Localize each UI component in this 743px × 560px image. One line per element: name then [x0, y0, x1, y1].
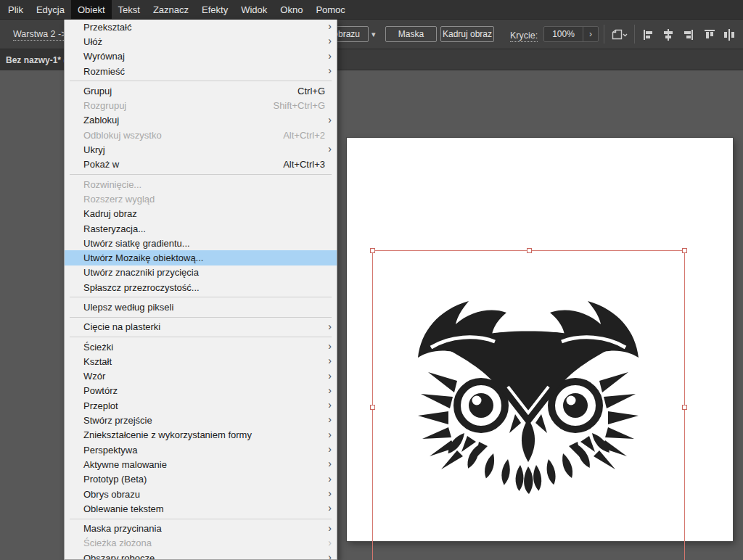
menu-item-label: Ścieżki — [83, 342, 113, 353]
menu-item[interactable]: Kadruj obraz — [65, 207, 337, 221]
menu-zaznacz[interactable]: Zaznacz — [147, 0, 195, 19]
submenu-arrow-icon: › — [328, 144, 332, 154]
menu-item-label: Zablokuj — [83, 115, 119, 125]
selection-bounding-box — [372, 250, 685, 560]
layer-breadcrumb[interactable]: Warstwa 2 -> — [13, 29, 67, 41]
menu-item[interactable]: Prototyp (Beta)› — [65, 472, 337, 487]
menu-item-label: Aktywne malowanie — [83, 459, 167, 470]
opacity-label[interactable]: Krycie: — [510, 30, 538, 42]
menu-item[interactable]: Oblewanie tekstem› — [65, 501, 337, 516]
toolbar-divider — [604, 25, 604, 44]
submenu-arrow-icon: › — [328, 371, 332, 381]
menu-item: Odblokuj wszystkoAlt+Ctrl+2 — [65, 128, 337, 142]
chevron-down-icon[interactable]: ▾ — [372, 30, 376, 38]
submenu-arrow-icon: › — [328, 474, 332, 484]
menu-item-shortcut: Ctrl+G — [297, 86, 325, 96]
menu-separator — [70, 174, 332, 175]
selection-handle[interactable] — [527, 248, 532, 253]
crop-image-button[interactable]: Kadruj obraz — [440, 26, 494, 42]
menu-item[interactable]: Utwórz Mozaikę obiektową... — [65, 250, 337, 265]
menu-item[interactable]: Zablokuj› — [65, 113, 337, 128]
artboard-icon[interactable] — [609, 28, 628, 41]
object-menu: Przekształć›Ułóż›Wyrównaj›Rozmieść›Grupu… — [64, 20, 337, 560]
menu-item-label: Wzór — [83, 371, 105, 382]
submenu-arrow-icon: › — [328, 523, 332, 533]
submenu-arrow-icon: › — [328, 341, 332, 351]
menu-item-label: Grupuj — [83, 86, 112, 96]
submenu-arrow-icon: › — [328, 414, 332, 424]
menu-item[interactable]: Wzór› — [65, 369, 337, 384]
menu-item[interactable]: Pokaż wAlt+Ctrl+3 — [65, 157, 337, 172]
opacity-control[interactable]: 100% › — [543, 26, 599, 42]
mask-button-label: Maska — [398, 29, 424, 39]
menu-item[interactable]: Maska przycinania› — [65, 522, 337, 536]
menu-plik[interactable]: Plik — [1, 0, 30, 19]
menu-item[interactable]: Aktywne malowanie› — [65, 457, 337, 472]
menu-item[interactable]: Ulepsz według pikseli — [65, 300, 337, 314]
menu-item[interactable]: Przekształć› — [65, 20, 337, 34]
align-horizontal-center-icon[interactable] — [661, 28, 676, 41]
menu-obiekt[interactable]: Obiekt — [71, 0, 112, 19]
align-right-icon[interactable] — [681, 28, 695, 41]
menu-item[interactable]: Rasteryzacja... — [65, 221, 337, 236]
menu-item[interactable]: Wyrównaj› — [65, 49, 337, 64]
menu-item[interactable]: Kształt› — [65, 354, 337, 368]
submenu-arrow-icon: › — [328, 458, 332, 469]
menu-item: Rozwinięcie... — [65, 177, 337, 192]
menu-item[interactable]: Spłaszcz przezroczystość... — [65, 280, 337, 295]
menu-item-label: Ułóż — [83, 36, 102, 47]
submenu-arrow-icon: › — [328, 488, 332, 498]
menu-item-label: Stwórz przejście — [83, 415, 152, 426]
menu-item-label: Perspektywa — [83, 445, 137, 456]
distribute-horizontal-center-icon[interactable] — [722, 28, 736, 41]
submenu-arrow-icon: › — [328, 36, 332, 46]
submenu-arrow-icon: › — [328, 444, 332, 454]
align-left-icon[interactable] — [641, 28, 656, 41]
menu-item[interactable]: Ułóż› — [65, 34, 337, 49]
menu-item-label: Rozszerz wygląd — [83, 194, 155, 205]
menu-item[interactable]: Ścieżki› — [65, 339, 337, 354]
menu-item[interactable]: Utwórz siatkę gradientu... — [65, 236, 337, 250]
menu-item[interactable]: Powtórz› — [65, 384, 337, 398]
menu-widok[interactable]: Widok — [234, 0, 274, 19]
menu-pomoc[interactable]: Pomoc — [309, 0, 351, 19]
menu-item[interactable]: Obszary robocze› — [65, 551, 337, 560]
menu-item-label: Spłaszcz przezroczystość... — [83, 282, 200, 293]
menu-item[interactable]: Utwórz znaczniki przycięcia — [65, 265, 337, 280]
menu-item-label: Zniekształcenie z wykorzystaniem formy — [83, 429, 252, 440]
menu-item[interactable]: Stwórz przejście› — [65, 413, 337, 427]
submenu-arrow-icon: › — [328, 400, 332, 410]
menu-item[interactable]: Przeplot› — [65, 398, 337, 413]
submenu-arrow-icon: › — [328, 552, 332, 560]
menu-item[interactable]: GrupujCtrl+G — [65, 83, 337, 98]
menu-item-label: Obszary robocze — [83, 553, 155, 560]
menu-efekty[interactable]: Efekty — [195, 0, 234, 19]
opacity-value[interactable]: 100% — [544, 29, 583, 39]
toolbar-divider — [634, 25, 635, 44]
menu-item[interactable]: Rozmieść› — [65, 64, 337, 78]
chevron-right-icon[interactable]: › — [583, 27, 598, 41]
menu-item[interactable]: Obrys obrazu› — [65, 487, 337, 501]
menu-tekst[interactable]: Tekst — [112, 0, 147, 19]
selection-handle[interactable] — [682, 405, 687, 410]
menu-item[interactable]: Perspektywa› — [65, 442, 337, 457]
menu-item: Rozszerz wygląd — [65, 192, 337, 206]
menu-edycja[interactable]: Edycja — [30, 0, 71, 19]
mask-button[interactable]: Maska — [385, 26, 437, 42]
submenu-arrow-icon: › — [328, 503, 332, 513]
menu-item-shortcut: Alt+Ctrl+3 — [283, 159, 325, 170]
menu-separator — [70, 81, 332, 81]
menu-okno[interactable]: Okno — [274, 0, 309, 19]
menu-item[interactable]: Ukryj› — [65, 142, 337, 157]
menu-item[interactable]: Zniekształcenie z wykorzystaniem formy› — [65, 428, 337, 442]
artboard[interactable] — [347, 138, 733, 541]
submenu-arrow-icon: › — [328, 21, 332, 31]
selection-handle[interactable] — [370, 248, 375, 253]
submenu-arrow-icon: › — [328, 51, 332, 61]
menu-item-label: Przeplot — [83, 400, 118, 411]
align-top-icon[interactable] — [702, 28, 717, 41]
menu-item[interactable]: Cięcie na plasterki› — [65, 320, 337, 334]
selection-handle[interactable] — [370, 405, 375, 410]
menu-item-label: Wyrównaj — [83, 51, 125, 62]
selection-handle[interactable] — [682, 248, 687, 253]
